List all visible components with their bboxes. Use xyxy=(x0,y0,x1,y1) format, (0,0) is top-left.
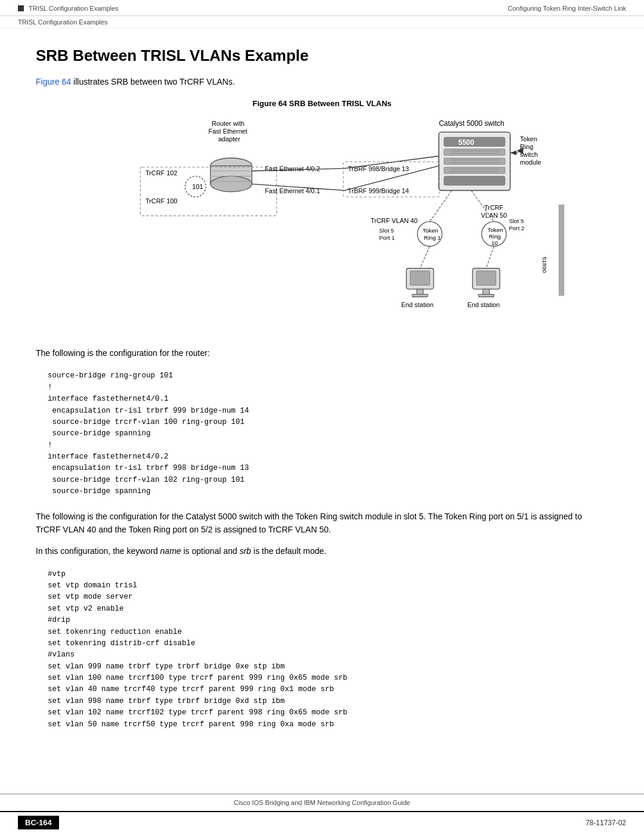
slot5-port1-label: Slot 5 xyxy=(379,227,395,234)
token-ring10-label2: Ring xyxy=(489,233,501,240)
slot5-port1-label2: Port 1 xyxy=(379,234,395,241)
trcrf102-label: TrCRF 102 xyxy=(145,169,177,176)
figure-number: 51890 xyxy=(541,256,548,273)
router-label2: Fast Ethernet xyxy=(209,128,247,135)
diagram-svg: Catalyst 5000 switch 5500 Tok xyxy=(36,114,608,335)
page-footer: Cisco IOS Bridging and IBM Networking Co… xyxy=(0,794,644,811)
intro-text-after: illustrates SRB between two TrCRF VLANs. xyxy=(71,77,235,86)
code-block-1: source-bridge ring-group 101 ! interface… xyxy=(36,368,608,500)
svg-rect-2 xyxy=(444,149,505,156)
svg-rect-3 xyxy=(444,158,505,165)
body-text-3-italic: name xyxy=(160,546,181,556)
diagram-container: Catalyst 5000 switch 5500 Tok xyxy=(36,114,608,335)
svg-line-38 xyxy=(420,246,429,268)
page-title: SRB Between TRISL VLANs Example xyxy=(36,47,608,65)
body-text-1: The following is the configuration for t… xyxy=(36,346,608,360)
header-left-text: TRISL Configuration Examples xyxy=(29,5,119,12)
trcrf100-label: TrCRF 100 xyxy=(145,197,177,205)
figure-link[interactable]: Figure 64 xyxy=(36,77,71,86)
intro-paragraph: Figure 64 illustrates SRB between two Tr… xyxy=(36,76,608,88)
footer-text: Cisco IOS Bridging and IBM Networking Co… xyxy=(234,799,410,806)
slot5-port2-label2: Port 2 xyxy=(509,225,524,231)
figure-caption: Figure 64 SRB Between TRISL VLANs xyxy=(36,99,608,108)
svg-rect-40 xyxy=(559,205,564,295)
svg-rect-1 xyxy=(444,137,505,146)
trcrf-vlan50-label: TrCRF xyxy=(484,204,504,211)
trbrf998-label: TrBRF 998/Bridge 13 xyxy=(348,165,409,172)
trcrf-vlan40-label: TrCRF VLAN 40 xyxy=(371,217,418,224)
body-text-3-end: is the default mode. xyxy=(251,546,326,556)
token-ring-module-label: Token xyxy=(520,135,537,143)
page-number-bar: BC-164 78-11737-02 xyxy=(0,811,644,833)
svg-point-15 xyxy=(210,176,252,191)
svg-rect-32 xyxy=(417,289,423,295)
trbrf999-label: TrBRF 999/Bridge 14 xyxy=(348,187,409,194)
body-text-2: The following is the configuration for t… xyxy=(36,510,608,537)
ring101-label: 101 xyxy=(192,183,203,190)
fast-eth-402-label: Fast Ethernet 4/0.2 xyxy=(265,165,320,172)
header-right-text: Configuring Token Ring Inter-Switch Link xyxy=(507,5,626,12)
doc-number: 78-11737-02 xyxy=(586,819,626,827)
svg-rect-5 xyxy=(444,176,505,185)
body-text-3: In this configuration, the keyword name … xyxy=(36,544,608,558)
svg-line-39 xyxy=(486,246,494,268)
svg-rect-37 xyxy=(478,295,494,297)
token-ring10-label3: 10 xyxy=(491,240,498,246)
breadcrumb-text: TRISL Configuration Examples xyxy=(18,18,108,26)
token-ring1-label2: Ring 1 xyxy=(424,234,441,241)
body-text-3-post: is optional and xyxy=(181,546,240,556)
svg-rect-35 xyxy=(476,271,496,285)
square-icon xyxy=(18,5,24,11)
token-ring1-label: Token xyxy=(423,227,438,234)
end-station1-label: End station xyxy=(401,301,434,308)
token-ring10-label: Token xyxy=(488,227,503,233)
svg-line-28 xyxy=(430,190,452,221)
body-text-3-italic2: srb xyxy=(240,546,251,556)
slot5-port2-label: Slot 5 xyxy=(509,218,524,224)
content-area: SRB Between TRISL VLANs Example Figure 6… xyxy=(0,29,644,794)
figure-caption-text: Figure 64 SRB Between TRISL VLANs xyxy=(252,99,391,108)
end-station2-label: End station xyxy=(467,301,500,308)
svg-rect-33 xyxy=(412,295,428,297)
svg-rect-36 xyxy=(483,289,490,295)
svg-rect-4 xyxy=(444,167,505,174)
router-label1: Router with xyxy=(212,120,244,127)
page-number-badge: BC-164 xyxy=(18,816,59,829)
svg-rect-31 xyxy=(410,271,430,285)
body-text-3-pre: In this configuration, the keyword xyxy=(36,546,160,556)
code-block-2: #vtp set vtp domain trisl set vtp mode s… xyxy=(36,566,608,733)
header-left: TRISL Configuration Examples xyxy=(18,5,119,12)
catalyst-label: Catalyst 5000 switch xyxy=(439,119,504,128)
top-header: TRISL Configuration Examples Configuring… xyxy=(0,0,644,16)
switch-label: 5500 xyxy=(459,138,475,147)
trcrf-vlan50-label2: VLAN 50 xyxy=(481,212,507,219)
router-label3: adapter xyxy=(218,135,240,143)
token-ring-module-label4: module xyxy=(520,159,541,166)
breadcrumb: TRISL Configuration Examples xyxy=(0,16,644,29)
